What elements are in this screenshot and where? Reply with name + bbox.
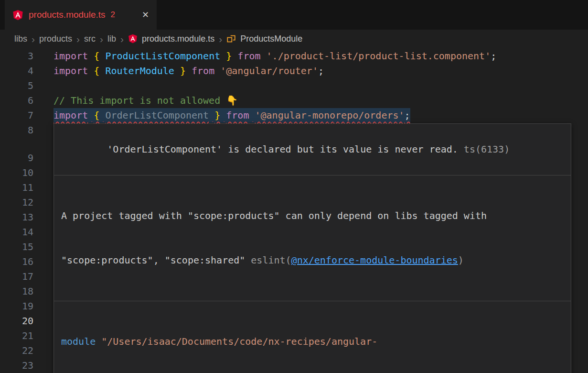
breadcrumb-item-libs[interactable]: libs [14, 34, 27, 44]
code-text: // This import is not allowed 👇 [53, 93, 238, 108]
code-token: ; [405, 110, 410, 121]
code-token [232, 50, 237, 62]
ts-diagnostic-source: ts(6133) [464, 143, 510, 155]
code-editor[interactable]: 3import { ProductListComponent } from '.… [0, 0, 588, 373]
code-token [99, 65, 105, 77]
breadcrumb-item-src[interactable]: src [84, 34, 96, 44]
line-number[interactable]: 4 [0, 64, 33, 78]
code-token [209, 110, 214, 121]
line-number[interactable]: 11 [0, 180, 33, 195]
code-token: '@angular/router' [220, 65, 318, 77]
code-token [174, 65, 180, 77]
code-token [99, 50, 105, 62]
code-line-4[interactable]: 4import { RouterModule } from '@angular/… [0, 64, 588, 78]
problem-hover-popup: 'OrderListComponent' is declared but its… [53, 123, 571, 373]
breadcrumb-item-symbol[interactable]: ProductsModule [240, 34, 302, 44]
code-token: ProductListComponent [105, 50, 220, 62]
angular-file-icon [12, 10, 23, 21]
error-highlighted-code: import { OrderListComponent } from '@ang… [53, 108, 410, 123]
breadcrumb: libs › products › src › lib › products.m… [0, 30, 588, 48]
line-number[interactable]: 5 [0, 78, 33, 93]
line-number[interactable]: 21 [0, 329, 33, 343]
hover-module-info: module"/Users/isaac/Documents/code/nx-re… [54, 301, 571, 373]
code-token [88, 65, 94, 77]
code-token: } [226, 50, 232, 62]
code-token: from [226, 110, 249, 121]
code-token: { [94, 65, 99, 77]
code-token: import [53, 110, 88, 121]
line-number[interactable]: 13 [0, 210, 33, 225]
code-token [88, 110, 94, 121]
hover-eslint-diagnostic: A project tagged with "scope:products" c… [54, 176, 571, 301]
breadcrumb-separator-icon: › [120, 34, 124, 44]
line-number[interactable]: 16 [0, 254, 33, 269]
code-text: import { RouterModule } from '@angular/r… [53, 64, 324, 78]
code-token [220, 50, 226, 62]
line-number[interactable]: 15 [0, 240, 33, 254]
class-symbol-icon [226, 34, 236, 44]
breadcrumb-separator-icon: › [76, 34, 80, 44]
tab-close-icon[interactable]: ✕ [142, 11, 149, 19]
tab-label: products.module.ts [29, 10, 106, 20]
line-number[interactable]: 7 [0, 108, 33, 123]
line-number[interactable]: 23 [0, 358, 33, 373]
tab-error-count-badge: 2 [111, 10, 115, 20]
code-token: { [94, 50, 99, 62]
code-line-7[interactable]: 7import { OrderListComponent } from '@an… [0, 108, 588, 123]
line-number[interactable]: 22 [0, 343, 33, 358]
code-token: { [94, 110, 99, 121]
ts-diagnostic-message: 'OrderListComponent' is declared but its… [107, 143, 458, 155]
breadcrumb-separator-icon: › [32, 34, 35, 44]
line-number[interactable]: 8 [0, 123, 33, 138]
line-number[interactable]: 20 [0, 314, 33, 329]
code-token: '@angular-monorepo/orders' [255, 110, 405, 121]
breadcrumb-item-lib[interactable]: lib [107, 34, 116, 44]
code-line-3[interactable]: 3import { ProductListComponent } from '.… [0, 49, 588, 64]
eslint-source-close: ) [458, 254, 464, 266]
code-token: } [180, 65, 186, 77]
line-number[interactable]: 17 [0, 269, 33, 284]
code-token: ; [318, 65, 324, 77]
line-number[interactable]: 14 [0, 225, 33, 240]
line-number[interactable]: 3 [0, 49, 33, 64]
code-token [186, 65, 192, 77]
code-token: // This import is not allowed [53, 95, 226, 106]
code-token: import [53, 65, 88, 77]
code-token [99, 110, 105, 121]
breadcrumb-item-file[interactable]: products.module.ts [142, 34, 214, 44]
line-number[interactable]: 6 [0, 93, 33, 108]
angular-icon [128, 34, 138, 44]
module-keyword: module [61, 336, 96, 347]
code-line-6[interactable]: 6// This import is not allowed 👇 [0, 93, 588, 108]
code-text: import { ProductListComponent } from './… [53, 49, 496, 64]
eslint-rule-link[interactable]: @nx/enforce-module-boundaries [291, 254, 458, 266]
code-token: } [214, 110, 220, 121]
breadcrumb-separator-icon: › [100, 34, 103, 44]
code-token [261, 50, 267, 62]
code-token: ; [491, 50, 496, 62]
tab-products-module[interactable]: products.module.ts 2 ✕ [5, 0, 157, 30]
line-number[interactable]: 18 [0, 284, 33, 299]
code-token: import [53, 50, 88, 62]
module-path-line1: module"/Users/isaac/Documents/code/nx-re… [61, 334, 564, 349]
code-token [214, 65, 220, 77]
eslint-message-line2: "scope:products", "scope:shared"eslint(@… [61, 253, 564, 268]
code-token: RouterModule [105, 65, 174, 77]
line-number[interactable]: 19 [0, 299, 33, 314]
module-path-text1: "/Users/isaac/Documents/code/nx-recipes/… [101, 336, 377, 347]
breadcrumb-item-products[interactable]: products [39, 34, 72, 44]
tab-bar: products.module.ts 2 ✕ [0, 0, 588, 30]
code-line-5[interactable]: 5 [0, 78, 588, 93]
breadcrumb-separator-icon: › [219, 34, 222, 44]
line-number[interactable]: 10 [0, 165, 33, 180]
code-token: from [192, 65, 214, 77]
line-number[interactable]: 12 [0, 195, 33, 210]
hover-ts-diagnostic: 'OrderListComponent' is declared but its… [54, 124, 571, 175]
code-token: './product-list/product-list.component' [267, 50, 491, 62]
code-token [249, 110, 255, 121]
code-token: OrderListComponent [105, 110, 209, 121]
line-number[interactable]: 9 [0, 151, 33, 165]
vscode-window: products.module.ts 2 ✕ libs › products ›… [0, 0, 588, 373]
code-token: from [237, 50, 260, 62]
eslint-message-line1: A project tagged with "scope:products" c… [61, 208, 564, 223]
